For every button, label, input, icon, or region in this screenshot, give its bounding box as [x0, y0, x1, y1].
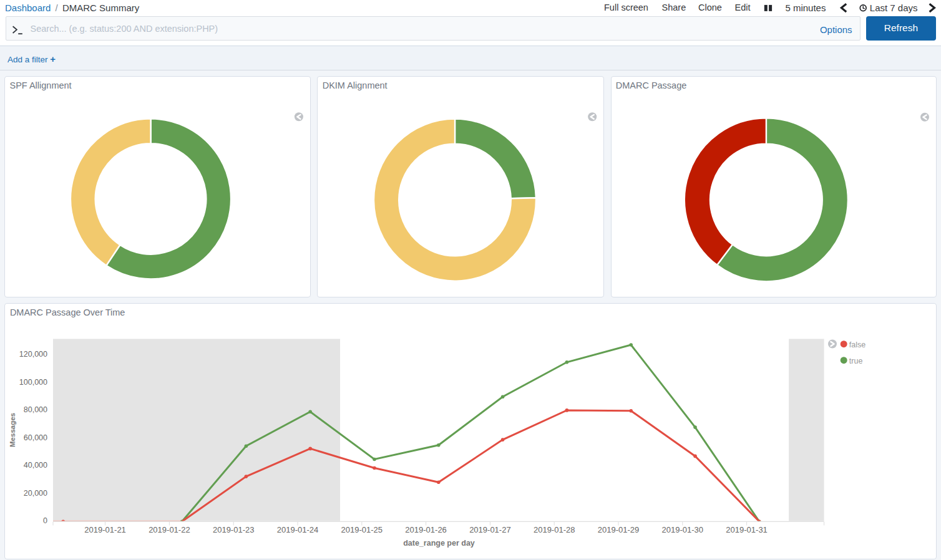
svg-text:2019-01-28: 2019-01-28	[534, 525, 575, 534]
svg-text:2019-01-27: 2019-01-27	[469, 525, 511, 534]
svg-text:0: 0	[43, 516, 47, 525]
svg-text:2019-01-31: 2019-01-31	[726, 525, 768, 534]
svg-text:20,000: 20,000	[24, 489, 47, 498]
svg-text:100,000: 100,000	[19, 378, 47, 387]
svg-text:80,000: 80,000	[24, 405, 47, 414]
svg-text:2019-01-21: 2019-01-21	[84, 525, 126, 534]
svg-text:Messages: Messages	[9, 413, 16, 447]
svg-text:true: true	[849, 357, 863, 365]
svg-text:2019-01-26: 2019-01-26	[405, 525, 447, 534]
svg-text:2019-01-25: 2019-01-25	[341, 525, 383, 534]
svg-text:2019-01-29: 2019-01-29	[598, 525, 640, 534]
svg-text:40,000: 40,000	[24, 461, 47, 470]
svg-text:120,000: 120,000	[19, 350, 47, 359]
svg-text:2019-01-30: 2019-01-30	[662, 525, 704, 534]
svg-text:2019-01-24: 2019-01-24	[277, 525, 319, 534]
svg-text:false: false	[849, 340, 865, 349]
svg-text:60,000: 60,000	[24, 433, 47, 442]
svg-text:date_range per day: date_range per day	[403, 539, 475, 548]
svg-text:2019-01-22: 2019-01-22	[149, 525, 190, 534]
svg-text:2019-01-23: 2019-01-23	[213, 525, 255, 534]
